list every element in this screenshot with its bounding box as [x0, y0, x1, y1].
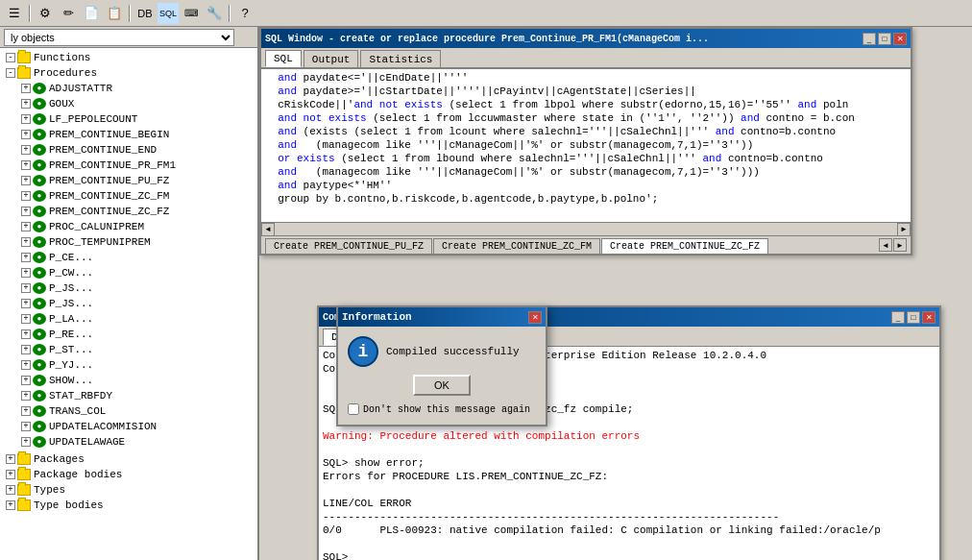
- dialog-ok-btn[interactable]: OK: [413, 375, 471, 396]
- expand-icon[interactable]: +: [21, 422, 31, 431]
- cmd-maximize-btn[interactable]: □: [907, 311, 920, 324]
- tree-item-p-st[interactable]: + ● P_ST...: [2, 342, 255, 357]
- proc-icon: ●: [33, 221, 46, 232]
- expand-icon[interactable]: +: [21, 314, 31, 324]
- expand-icon[interactable]: +: [21, 376, 31, 385]
- tree-item-proc-caluniprem[interactable]: + ● PROC_CALUNIPREM: [2, 219, 255, 234]
- expand-procedures-icon[interactable]: -: [6, 68, 15, 78]
- tree-item-stat-rbfdy[interactable]: + ● STAT_RBFDY: [2, 388, 255, 403]
- toolbar-new-btn[interactable]: 📄: [81, 3, 102, 24]
- tree-folder-functions[interactable]: - Functions: [2, 50, 255, 65]
- tree-item-trans-col[interactable]: + ● TRANS_COL: [2, 403, 255, 419]
- tree-item-updatelawage[interactable]: + ● UPDATELAWAGE: [2, 434, 255, 450]
- tree-item-goux[interactable]: + ● GOUX: [2, 96, 255, 111]
- sql-close-btn[interactable]: ✕: [893, 33, 907, 45]
- tree-item-p-la[interactable]: + ● P_LA...: [2, 311, 255, 327]
- tree-item-lf-pepolecount[interactable]: + ● LF_PEPOLECOUNT: [2, 111, 255, 127]
- tree-item-prem-continue-begin[interactable]: + ● PREM_CONTINUE_BEGIN: [2, 127, 255, 142]
- expand-icon[interactable]: +: [21, 268, 31, 278]
- tree-item-updatelacommision[interactable]: + ● UPDATELACOMMISION: [2, 419, 255, 434]
- object-type-dropdown[interactable]: ly objects All objects: [4, 29, 234, 46]
- sub-tab-zc-fz[interactable]: Create PREM_CONTINUE_ZC_FZ: [601, 238, 768, 254]
- expand-icon[interactable]: +: [21, 99, 31, 109]
- toolbar-edit-btn[interactable]: ✏: [58, 3, 79, 24]
- tree-item-show[interactable]: + ● SHOW...: [2, 373, 255, 388]
- toolbar-settings-btn[interactable]: ⚙: [35, 3, 56, 24]
- tab-output[interactable]: Output: [304, 50, 359, 67]
- tree-item-prem-continue-pr-fm1[interactable]: + ● PREM_CONTINUE_PR_FM1: [2, 158, 255, 173]
- sql-minimize-btn[interactable]: _: [863, 33, 876, 45]
- tab-sql[interactable]: SQL: [265, 50, 302, 67]
- tree-item-prem-continue-zc-fm[interactable]: + ● PREM_CONTINUE_ZC_FM: [2, 188, 255, 204]
- tab-statistics[interactable]: Statistics: [360, 50, 441, 67]
- tree-folder-types[interactable]: + Types: [2, 482, 255, 498]
- tree-item-prem-continue-end[interactable]: + ● PREM_CONTINUE_END: [2, 142, 255, 158]
- tree-item-p-cw[interactable]: + ● P_CW...: [2, 265, 255, 280]
- tree-item-prem-continue-pu-fz[interactable]: + ● PREM_CONTINUE_PU_FZ: [2, 173, 255, 188]
- sql-window-titlebar[interactable]: SQL Window - create or replace procedure…: [261, 29, 911, 48]
- tree-item-p-yj[interactable]: + ● P_YJ...: [2, 357, 255, 373]
- sub-tab-pu-fz[interactable]: Create PREM_CONTINUE_PU_FZ: [265, 238, 432, 254]
- sub-tab-left-btn[interactable]: ◄: [879, 238, 892, 252]
- tree-folder-type-bodies[interactable]: + Type bodies: [2, 498, 255, 513]
- expand-icon[interactable]: +: [21, 222, 31, 231]
- expand-pkg-bodies-icon[interactable]: +: [6, 470, 15, 479]
- tree-item-p-js2[interactable]: + ● P_JS...: [2, 296, 255, 311]
- tree-folder-package-bodies[interactable]: + Package bodies: [2, 467, 255, 482]
- expand-icon[interactable]: +: [21, 283, 31, 293]
- tree-item-p-js1[interactable]: + ● P_JS...: [2, 280, 255, 296]
- expand-icon[interactable]: +: [21, 191, 31, 201]
- expand-type-bodies-icon[interactable]: +: [6, 500, 15, 510]
- expand-icon[interactable]: +: [21, 345, 31, 354]
- expand-icon[interactable]: +: [21, 160, 31, 170]
- toolbar-cmd-btn[interactable]: ⌨: [181, 3, 202, 24]
- expand-icon[interactable]: +: [21, 84, 31, 93]
- expand-icon[interactable]: +: [21, 237, 31, 247]
- package-bodies-label: Package bodies: [34, 469, 122, 480]
- sql-maximize-btn[interactable]: □: [878, 33, 891, 45]
- expand-icon[interactable]: +: [21, 391, 31, 401]
- dont-show-checkbox[interactable]: [348, 403, 359, 415]
- sub-tab-zc-fm[interactable]: Create PREM_CONTINUE_ZC_FM: [433, 238, 600, 254]
- expand-icon[interactable]: +: [21, 299, 31, 308]
- sql-content[interactable]: and paydate<='||cEndDate||'''' and payda…: [261, 68, 911, 222]
- expand-icon[interactable]: +: [21, 114, 31, 124]
- expand-types-icon[interactable]: +: [6, 485, 15, 495]
- cmd-line-12: LINE/COL ERROR: [323, 497, 936, 510]
- expand-icon[interactable]: +: [21, 176, 31, 185]
- hscroll-left[interactable]: ◄: [261, 223, 275, 236]
- cmd-minimize-btn[interactable]: _: [891, 311, 905, 324]
- tree-folder-packages[interactable]: + Packages: [2, 451, 255, 467]
- toolbar-help-btn[interactable]: ?: [234, 3, 255, 24]
- toolbar-copy-btn[interactable]: 📋: [104, 3, 125, 24]
- expand-icon[interactable]: +: [21, 329, 31, 339]
- left-panel: ly objects All objects - Functions - Pro…: [0, 27, 259, 560]
- expand-icon[interactable]: +: [21, 437, 31, 447]
- tree-item-p-ce[interactable]: + ● P_CE...: [2, 250, 255, 265]
- expand-icon[interactable]: +: [21, 253, 31, 262]
- expand-icon[interactable]: +: [21, 406, 31, 416]
- expand-icon[interactable]: +: [21, 207, 31, 216]
- tree-item-p-re[interactable]: + ● P_RE...: [2, 327, 255, 342]
- toolbar-menu-btn[interactable]: ☰: [4, 3, 25, 24]
- dialog-close-btn[interactable]: ✕: [528, 311, 542, 324]
- hscroll-right[interactable]: ►: [897, 223, 911, 236]
- toolbar-tool-btn[interactable]: 🔧: [204, 3, 225, 24]
- expand-icon[interactable]: +: [21, 145, 31, 155]
- expand-icon[interactable]: +: [21, 360, 31, 370]
- sub-tab-right-btn[interactable]: ►: [893, 238, 907, 252]
- toolbar-db-btn[interactable]: DB: [134, 3, 156, 24]
- functions-folder-icon: [17, 52, 31, 63]
- expand-packages-icon[interactable]: +: [6, 454, 15, 464]
- tree-item-proc-tempuniprem[interactable]: + ● PROC_TEMPUNIPREM: [2, 234, 255, 250]
- tree-folder-procedures[interactable]: - Procedures: [2, 65, 255, 81]
- toolbar-sql-btn[interactable]: SQL: [158, 3, 179, 24]
- tree-item-prem-continue-zc-fz[interactable]: + ● PREM_CONTINUE_ZC_FZ: [2, 204, 255, 219]
- expand-functions-icon[interactable]: -: [6, 53, 15, 62]
- cmd-line-16: SQL>: [323, 550, 936, 560]
- dialog-titlebar[interactable]: Information ✕: [338, 307, 546, 327]
- sql-line-3: cRiskCode||'and not exists (select 1 fro…: [265, 98, 907, 111]
- tree-item-adjustattr[interactable]: + ● ADJUSTATTR: [2, 81, 255, 96]
- expand-icon[interactable]: +: [21, 130, 31, 139]
- cmd-close-btn[interactable]: ✕: [922, 311, 936, 324]
